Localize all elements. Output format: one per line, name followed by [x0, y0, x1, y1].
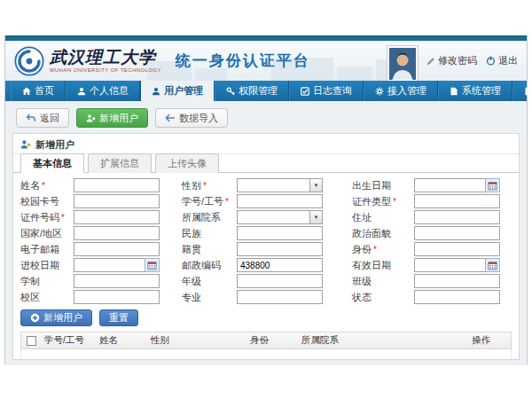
- nav-item-access-management[interactable]: 接入管理: [364, 81, 438, 101]
- native-place-label: 籍贯: [182, 243, 237, 256]
- section-title: 新增用户: [35, 138, 74, 152]
- identity-field[interactable]: [414, 242, 500, 256]
- political-status-field[interactable]: [414, 226, 500, 240]
- content-area: 返回 新增用户 数据导入 新增用户 基本信息扩: [5, 101, 527, 365]
- reset-label: 重置: [109, 311, 129, 325]
- calendar-icon[interactable]: [485, 258, 500, 272]
- doc-icon: [524, 87, 532, 96]
- university-name-cn: 武汉理工大学: [50, 49, 161, 66]
- tab-upload-avatar[interactable]: 上传头像: [155, 153, 219, 173]
- form-row: 校区专业状态: [20, 290, 512, 304]
- campus-label: 校区: [20, 291, 74, 304]
- university-name-en: WUHAN UNIVERSITY OF TECHNOLOGY: [50, 67, 161, 73]
- enroll-date-label: 进校日期: [20, 259, 74, 272]
- key-icon: [226, 87, 235, 96]
- department-select[interactable]: ▼: [237, 210, 323, 224]
- email-label: 电子邮箱: [20, 243, 74, 256]
- add-user-toolbar-label: 新增用户: [99, 112, 138, 125]
- person-icon: [152, 87, 160, 96]
- back-button[interactable]: 返回: [16, 108, 69, 128]
- nav-item-user-management[interactable]: 用户管理: [140, 81, 215, 101]
- nav-item-label: 系统管理: [462, 84, 501, 98]
- campus-card-no-label: 校园卡号: [20, 195, 74, 208]
- tab-basic-info[interactable]: 基本信息: [20, 153, 84, 173]
- panel-header: 新增用户: [13, 134, 519, 154]
- required-asterisk: *: [225, 197, 229, 207]
- logout-link[interactable]: 退出: [486, 54, 518, 67]
- campus-field[interactable]: [74, 290, 160, 304]
- reset-button[interactable]: 重置: [99, 309, 138, 326]
- user-add-icon: [86, 113, 96, 123]
- nav-item-profile[interactable]: 个人信息: [66, 81, 140, 101]
- schooling-length-field[interactable]: [74, 274, 160, 288]
- add-user-form: 姓名*性别*▼出生日期校园卡号学号/工号*证件类型*证件号码*所属院系▼住址国家…: [13, 173, 519, 304]
- birth-date-label: 出生日期: [352, 179, 414, 192]
- political-status-label: 政治面貌: [352, 227, 414, 240]
- email-field[interactable]: [74, 242, 160, 256]
- grade-field[interactable]: [237, 274, 323, 288]
- campus-card-no-field[interactable]: [74, 194, 160, 208]
- table-column-header: 所属院系: [298, 334, 468, 347]
- postal-code-field[interactable]: [237, 258, 323, 272]
- nav-item-subscription-management[interactable]: 订阅管理: [512, 81, 532, 101]
- data-import-button[interactable]: 数据导入: [155, 108, 228, 128]
- chevron-down-icon: ▼: [309, 211, 322, 223]
- pencil-icon: [426, 57, 435, 66]
- name-field[interactable]: [74, 178, 160, 192]
- major-label: 专业: [182, 291, 237, 304]
- tab-extended-info[interactable]: 扩展信息: [88, 153, 152, 173]
- form-row: 校园卡号学号/工号*证件类型*: [20, 194, 512, 208]
- table-column-header: 学号/工号: [41, 334, 96, 347]
- form-row: 电子邮箱籍贯身份*: [20, 242, 512, 256]
- select-all-checkbox[interactable]: [27, 336, 36, 346]
- major-field[interactable]: [237, 290, 323, 304]
- submit-add-user-button[interactable]: 新增用户: [20, 309, 92, 326]
- logout-label: 退出: [498, 54, 518, 67]
- native-place-field[interactable]: [237, 242, 323, 256]
- avatar: [387, 46, 418, 82]
- id-number-field[interactable]: [74, 210, 160, 224]
- toolbar: 返回 新增用户 数据导入: [16, 108, 520, 128]
- form-row: 国家/地区民族政治面貌: [20, 226, 512, 240]
- change-password-label: 修改密码: [438, 54, 477, 67]
- calendar-icon[interactable]: [485, 178, 500, 192]
- nav-item-home[interactable]: 首页: [11, 81, 66, 101]
- home-icon: [22, 87, 31, 96]
- required-asterisk: *: [61, 213, 65, 223]
- gender-select[interactable]: ▼: [237, 178, 323, 192]
- nav-item-log-query[interactable]: 日志查询: [289, 81, 364, 101]
- nav-item-label: 接入管理: [387, 84, 426, 98]
- birth-date-field[interactable]: [414, 178, 485, 192]
- nav-item-system-management[interactable]: 系统管理: [438, 81, 512, 101]
- form-row: 进校日期邮政编码有效日期: [20, 258, 512, 272]
- add-user-toolbar-button[interactable]: 新增用户: [76, 108, 148, 128]
- valid-date-field[interactable]: [414, 258, 485, 272]
- form-row: 证件号码*所属院系▼住址: [20, 210, 512, 224]
- student-staff-id-field[interactable]: [237, 194, 323, 208]
- form-row: 学制年级班级: [20, 274, 512, 288]
- log-icon: [301, 87, 309, 96]
- calendar-icon[interactable]: [145, 258, 160, 272]
- class-field[interactable]: [414, 274, 500, 288]
- data-import-label: 数据导入: [179, 112, 218, 125]
- change-password-link[interactable]: 修改密码: [426, 54, 477, 67]
- id-type-field[interactable]: [414, 194, 500, 208]
- form-tabs: 基本信息扩展信息上传头像: [13, 154, 519, 173]
- table-column-header: 操作: [468, 334, 511, 347]
- form-row: 姓名*性别*▼出生日期: [20, 178, 512, 192]
- address-field[interactable]: [414, 210, 500, 224]
- required-asterisk: *: [42, 181, 45, 191]
- status-field[interactable]: [414, 290, 500, 304]
- required-asterisk: *: [203, 181, 207, 191]
- status-label: 状态: [352, 291, 414, 304]
- import-arrow-icon: [165, 113, 176, 122]
- person-icon: [77, 87, 86, 96]
- ethnicity-field[interactable]: [237, 226, 323, 240]
- id-type-label: 证件类型*: [352, 195, 414, 208]
- nav-item-permission-management[interactable]: 权限管理: [215, 81, 289, 101]
- country-region-field[interactable]: [74, 226, 160, 240]
- department-label: 所属院系: [182, 211, 237, 224]
- enroll-date-field[interactable]: [74, 258, 145, 272]
- id-number-label: 证件号码*: [20, 211, 74, 224]
- nav-item-label: 权限管理: [239, 84, 278, 98]
